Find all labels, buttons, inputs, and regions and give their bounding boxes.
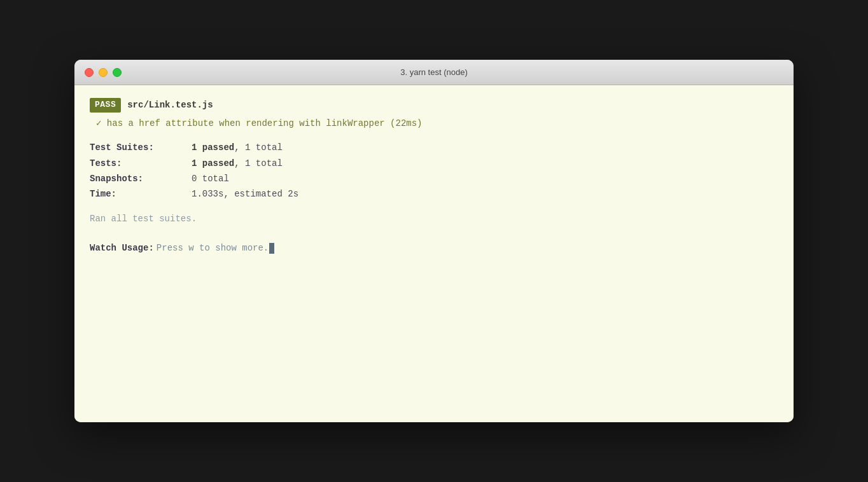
pass-line: PASS src/Link.test.js <box>90 98 778 113</box>
stat-time-value: 1.033s, estimated 2s <box>192 187 298 201</box>
watch-usage-label: Watch Usage: <box>90 241 154 255</box>
maximize-button[interactable] <box>113 68 122 77</box>
stat-suites-bold: 1 passed <box>192 142 234 153</box>
stat-tests-bold: 1 passed <box>192 158 234 169</box>
terminal-body: PASS src/Link.test.js ✓ has a href attri… <box>74 85 794 422</box>
minimize-button[interactable] <box>99 68 108 77</box>
stat-row-tests: Tests: 1 passed, 1 total <box>90 156 778 170</box>
watch-usage-line: Watch Usage: Press w to show more. <box>90 241 778 255</box>
pass-file-prefix: src/ <box>127 100 149 110</box>
stat-snapshots-label: Snapshots: <box>90 172 192 186</box>
traffic-lights <box>85 68 122 77</box>
test-result-line: ✓ has a href attribute when rendering wi… <box>90 116 778 130</box>
stat-row-suites: Test Suites: 1 passed, 1 total <box>90 141 778 155</box>
pass-file: src/Link.test.js <box>127 98 213 112</box>
ran-all-text: Ran all test suites. <box>90 212 778 226</box>
stat-time-label: Time: <box>90 187 192 201</box>
stat-suites-label: Test Suites: <box>90 141 192 155</box>
stats-section: Test Suites: 1 passed, 1 total Tests: 1 … <box>90 141 778 202</box>
pass-badge: PASS <box>90 98 121 113</box>
stat-snapshots-value: 0 total <box>192 172 229 186</box>
close-button[interactable] <box>85 68 94 77</box>
pass-file-name: Link.test.js <box>149 100 213 110</box>
stat-tests-value: 1 passed, 1 total <box>192 156 283 170</box>
stat-row-time: Time: 1.033s, estimated 2s <box>90 187 778 201</box>
stat-row-snapshots: Snapshots: 0 total <box>90 172 778 186</box>
stat-suites-value: 1 passed, 1 total <box>192 141 283 155</box>
terminal-window: 3. yarn test (node) PASS src/Link.test.j… <box>74 60 794 422</box>
titlebar: 3. yarn test (node) <box>74 60 794 85</box>
terminal-cursor <box>269 243 274 254</box>
watch-usage-value: Press w to show more. <box>157 241 269 255</box>
stat-tests-label: Tests: <box>90 156 192 170</box>
window-title: 3. yarn test (node) <box>400 67 468 77</box>
